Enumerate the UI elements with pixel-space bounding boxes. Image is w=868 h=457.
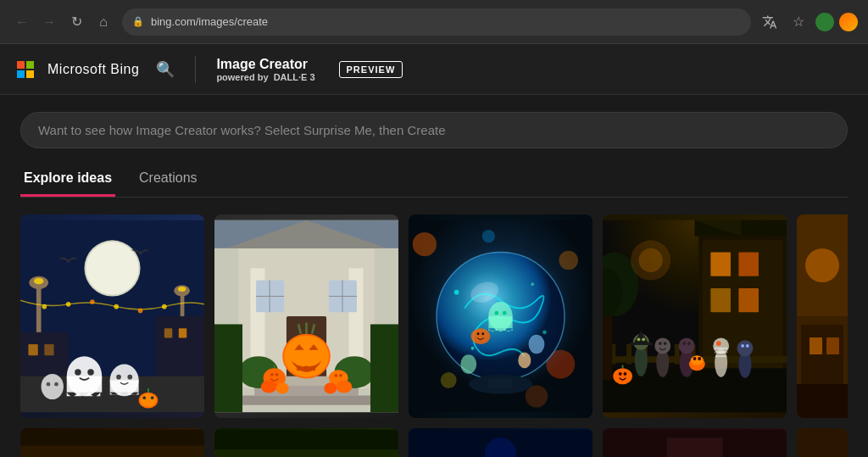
image-card-bottom-4[interactable] [603,428,787,457]
image-grid-row2 [20,428,848,457]
home-button[interactable]: ⌂ [92,10,115,34]
image-creator-info: Image Creator powered by DALL·E 3 [216,57,314,82]
svg-rect-167 [810,337,822,354]
svg-point-8 [178,287,186,292]
svg-point-97 [477,332,480,335]
svg-point-165 [805,248,839,282]
profile-circle[interactable] [815,13,834,31]
svg-point-148 [698,357,701,360]
address-bar[interactable]: 🔒 bing.com/images/create [122,8,751,36]
svg-point-34 [42,304,47,309]
svg-point-30 [142,396,146,399]
svg-point-107 [471,347,475,350]
svg-point-96 [471,328,491,344]
image-creator-title: Image Creator [216,57,314,72]
image-card-bottom-3[interactable] [409,428,593,457]
svg-rect-113 [738,253,759,276]
svg-point-154 [716,341,721,346]
svg-point-18 [75,369,81,376]
lock-icon: 🔒 [132,16,144,27]
image-card-zombies[interactable] [603,215,787,418]
svg-rect-124 [675,344,680,365]
svg-point-161 [624,372,627,376]
search-bar[interactable]: Want to see how Image Creator works? Sel… [20,112,848,148]
url-text: bing.com/images/create [151,15,268,28]
svg-rect-169 [797,384,848,418]
svg-point-75 [336,380,352,393]
svg-point-140 [664,342,667,345]
refresh-button[interactable]: ↻ [64,10,88,34]
powered-by-text: powered by DALL·E 3 [216,72,314,82]
image-card-bottom-2[interactable] [214,428,398,457]
svg-rect-103 [488,379,512,388]
tab-explore[interactable]: Explore ideas [20,162,115,197]
svg-point-108 [531,282,534,286]
svg-point-25 [47,382,51,387]
svg-rect-93 [488,316,512,328]
svg-rect-12 [44,344,53,355]
svg-point-138 [654,337,670,354]
svg-point-136 [642,337,645,341]
forward-button[interactable]: → [37,10,61,34]
header-search-icon[interactable]: 🔍 [156,60,175,79]
svg-rect-61 [297,365,301,371]
svg-point-95 [503,311,507,315]
image-card-ghost[interactable] [20,215,204,418]
svg-point-157 [741,344,744,348]
tabs: Explore ideas Creations [20,162,848,198]
svg-point-146 [691,355,704,365]
svg-rect-171 [20,446,204,457]
image-card-partial[interactable] [797,215,848,418]
search-bar-container: Want to see how Image Creator works? Sel… [20,95,848,162]
nav-buttons: ← → ↻ ⌂ [10,10,115,34]
svg-rect-178 [797,428,848,457]
svg-point-22 [116,375,121,380]
browser-chrome: ← → ↻ ⌂ 🔒 bing.com/images/create ☆ [0,0,868,44]
svg-point-68 [270,373,274,376]
translate-button[interactable] [758,10,782,34]
svg-point-142 [679,337,695,354]
image-card-pumpkins[interactable] [214,215,398,418]
svg-point-39 [162,304,167,309]
svg-point-5 [34,278,43,285]
image-card-bottom-5[interactable] [797,428,848,457]
svg-rect-112 [710,253,731,276]
svg-rect-80 [214,324,242,412]
svg-rect-17 [67,376,103,393]
bing-logo-text: Microsoft Bing [47,62,139,77]
svg-rect-54 [238,395,374,404]
ms-logo-blue [17,70,25,78]
preview-badge: PREVIEW [339,61,403,78]
svg-point-144 [687,342,691,345]
svg-rect-121 [626,344,632,365]
svg-point-77 [324,382,337,393]
svg-point-147 [693,357,697,360]
tab-creations[interactable]: Creations [136,162,200,197]
back-button[interactable]: ← [10,10,34,34]
svg-point-156 [737,340,754,356]
svg-point-143 [682,342,686,345]
svg-point-100 [518,352,531,368]
ms-logo-green [26,61,34,69]
svg-point-32 [67,259,70,263]
svg-point-85 [441,372,457,388]
svg-point-72 [335,374,338,377]
svg-rect-177 [666,437,722,457]
profile-avatar[interactable] [839,13,858,31]
svg-point-83 [413,232,437,256]
svg-rect-173 [214,449,398,457]
microsoft-logo [17,61,34,78]
svg-point-28 [141,394,157,407]
svg-point-76 [276,382,289,393]
image-card-bottom-1[interactable] [20,428,204,457]
app-header: Microsoft Bing 🔍 Image Creator powered b… [0,44,868,95]
svg-point-37 [114,304,119,309]
svg-point-135 [637,337,641,341]
svg-point-130 [638,248,662,272]
favorites-button[interactable]: ☆ [787,10,810,34]
svg-point-101 [529,335,545,354]
svg-rect-13 [164,328,172,337]
svg-point-158 [746,344,749,348]
image-card-crystal[interactable] [409,215,593,418]
svg-point-26 [54,382,58,387]
